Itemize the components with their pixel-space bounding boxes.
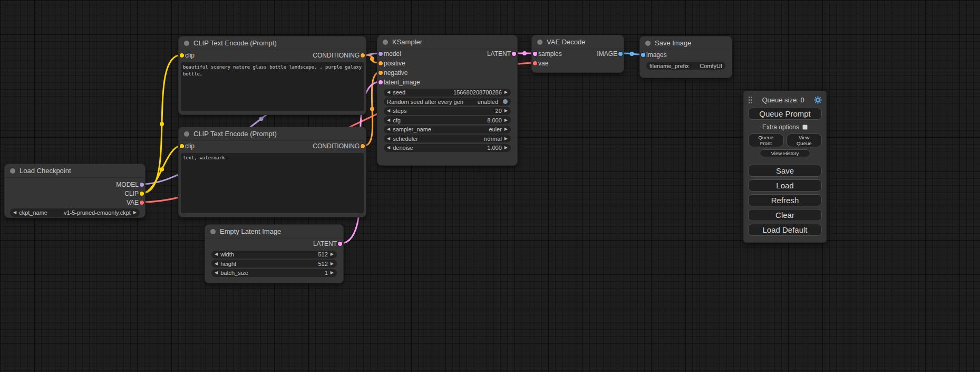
increment-arrow-icon[interactable]: ▶ <box>504 146 508 150</box>
decrement-arrow-icon[interactable]: ◀ <box>215 252 218 256</box>
clip-text-encode-positive-node[interactable]: CLIP Text Encode (Prompt) clip CONDITION… <box>178 36 366 115</box>
clip-input-port[interactable] <box>180 144 184 148</box>
load-checkpoint-node[interactable]: Load Checkpoint MODEL CLIP VAE ◀ ckpt_na… <box>4 164 145 218</box>
sampler-name-widget[interactable]: ◀ sampler_name euler ▶ <box>384 126 511 133</box>
queue-size-label: Queue size: 0 <box>755 96 811 104</box>
node-title-bar[interactable]: KSampler <box>377 35 517 49</box>
model-input-port[interactable] <box>379 52 383 56</box>
widget-label: height <box>220 261 236 267</box>
node-graph-canvas[interactable]: Load Checkpoint MODEL CLIP VAE ◀ ckpt_na… <box>0 0 980 372</box>
clip-input-port[interactable] <box>180 53 184 58</box>
queue-front-button[interactable]: Queue Front <box>748 133 784 147</box>
samples-input-label: samples <box>538 50 562 58</box>
comfy-menu-panel: Queue size: 0 Queue Prompt Extra options… <box>743 91 827 243</box>
increment-arrow-icon[interactable]: ▶ <box>331 262 334 266</box>
save-image-node[interactable]: Save Image images filename_prefix ComfyU… <box>639 36 732 78</box>
increment-arrow-icon[interactable]: ▶ <box>504 109 508 113</box>
latent-output-port[interactable] <box>338 242 342 246</box>
menu-drag-handle-icon[interactable] <box>748 96 752 104</box>
increment-arrow-icon[interactable]: ▶ <box>504 90 508 94</box>
collapse-toggle-icon[interactable] <box>645 41 651 46</box>
increment-arrow-icon[interactable]: ▶ <box>331 252 334 256</box>
view-history-button[interactable]: View History <box>760 149 810 157</box>
ksampler-node[interactable]: KSampler model LATENT positive negative … <box>377 35 518 166</box>
latent-output-port[interactable] <box>512 52 516 56</box>
vae-decode-node[interactable]: VAE Decode samples IMAGE vae <box>531 35 624 73</box>
decrement-arrow-icon[interactable]: ◀ <box>387 90 390 94</box>
view-queue-button[interactable]: View Queue <box>787 133 822 147</box>
node-title: CLIP Text Encode (Prompt) <box>193 39 277 47</box>
collapse-toggle-icon[interactable] <box>10 168 15 174</box>
collapse-toggle-icon[interactable] <box>184 131 189 137</box>
random-seed-toggle-widget[interactable]: Random seed after every gen enabled <box>384 98 511 106</box>
widget-value: 512 <box>318 251 327 257</box>
latent-image-input-port[interactable] <box>379 80 383 84</box>
conditioning-output-port[interactable] <box>361 144 365 148</box>
toggle-knob-icon[interactable] <box>503 99 508 104</box>
refresh-button[interactable]: Refresh <box>748 194 822 206</box>
load-default-button[interactable]: Load Default <box>748 224 822 236</box>
decrement-arrow-icon[interactable]: ◀ <box>215 262 218 266</box>
node-title-bar[interactable]: Load Checkpoint <box>5 164 145 178</box>
steps-widget[interactable]: ◀ steps 20 ▶ <box>384 107 511 115</box>
clear-button[interactable]: Clear <box>748 209 822 221</box>
node-title-bar[interactable]: VAE Decode <box>532 35 624 49</box>
decrement-arrow-icon[interactable]: ◀ <box>215 271 218 275</box>
width-widget[interactable]: ◀ width 512 ▶ <box>211 251 337 259</box>
cfg-widget[interactable]: ◀ cfg 8.000 ▶ <box>384 116 511 124</box>
decrement-arrow-icon[interactable]: ◀ <box>387 109 390 113</box>
load-button[interactable]: Load <box>748 179 822 192</box>
samples-input-port[interactable] <box>533 52 537 56</box>
decrement-arrow-icon[interactable]: ◀ <box>13 211 16 215</box>
increment-arrow-icon[interactable]: ▶ <box>331 271 334 275</box>
collapse-toggle-icon[interactable] <box>210 229 216 234</box>
ckpt-name-widget[interactable]: ◀ ckpt_name v1-5-pruned-emaonly.ckpt ▶ <box>10 208 140 217</box>
negative-prompt-textarea[interactable]: text, watermark <box>181 153 364 213</box>
decrement-arrow-icon[interactable]: ◀ <box>387 137 390 141</box>
node-title-bar[interactable]: Save Image <box>640 36 732 50</box>
widget-label: filename_prefix <box>649 63 689 69</box>
model-input-label: model <box>384 50 401 58</box>
clip-output-port[interactable] <box>140 192 144 196</box>
extra-options-label: Extra options <box>762 123 799 131</box>
positive-prompt-textarea[interactable]: beautiful scenery nature glass bottle la… <box>181 62 364 111</box>
increment-arrow-icon[interactable]: ▶ <box>133 211 137 215</box>
positive-input-port[interactable] <box>379 61 383 65</box>
output-slot-row: MODEL <box>5 180 145 189</box>
settings-gear-icon[interactable] <box>814 96 822 104</box>
batch-size-widget[interactable]: ◀ batch_size 1 ▶ <box>211 269 337 277</box>
collapse-toggle-icon[interactable] <box>184 41 189 46</box>
increment-arrow-icon[interactable]: ▶ <box>504 118 508 122</box>
widget-value: 1 <box>325 270 328 276</box>
image-output-port[interactable] <box>618 52 623 56</box>
clip-text-encode-negative-node[interactable]: CLIP Text Encode (Prompt) clip CONDITION… <box>178 127 366 217</box>
vae-input-port[interactable] <box>533 61 537 65</box>
collapse-toggle-icon[interactable] <box>383 40 388 45</box>
filename-prefix-widget[interactable]: filename_prefix ComfyUI <box>646 62 725 70</box>
decrement-arrow-icon[interactable]: ◀ <box>387 127 390 131</box>
save-button[interactable]: Save <box>748 165 822 177</box>
empty-latent-image-node[interactable]: Empty Latent Image LATENT ◀ width 512 ▶ … <box>205 224 344 283</box>
extra-options-checkbox[interactable] <box>802 125 808 130</box>
decrement-arrow-icon[interactable]: ◀ <box>387 118 390 122</box>
vae-output-port[interactable] <box>140 201 144 205</box>
denoise-widget[interactable]: ◀ denoise 1.000 ▶ <box>384 144 511 152</box>
images-input-port[interactable] <box>641 53 645 57</box>
increment-arrow-icon[interactable]: ▶ <box>504 137 508 141</box>
node-title-bar[interactable]: CLIP Text Encode (Prompt) <box>179 36 366 50</box>
height-widget[interactable]: ◀ height 512 ▶ <box>211 260 337 268</box>
queue-prompt-button[interactable]: Queue Prompt <box>748 108 822 120</box>
increment-arrow-icon[interactable]: ▶ <box>504 127 508 131</box>
negative-input-port[interactable] <box>379 71 383 75</box>
seed-widget[interactable]: ◀ seed 156680208700286 ▶ <box>384 89 511 97</box>
output-slot-row: VAE <box>5 198 145 207</box>
conditioning-output-port[interactable] <box>361 53 365 58</box>
slot-row: clip CONDITIONING <box>179 50 366 61</box>
model-output-port[interactable] <box>140 183 144 187</box>
scheduler-widget[interactable]: ◀ scheduler normal ▶ <box>384 135 511 142</box>
decrement-arrow-icon[interactable]: ◀ <box>387 146 390 150</box>
node-title-bar[interactable]: Empty Latent Image <box>205 225 343 239</box>
node-title: CLIP Text Encode (Prompt) <box>193 130 277 138</box>
collapse-toggle-icon[interactable] <box>537 40 542 45</box>
node-title-bar[interactable]: CLIP Text Encode (Prompt) <box>179 127 366 141</box>
